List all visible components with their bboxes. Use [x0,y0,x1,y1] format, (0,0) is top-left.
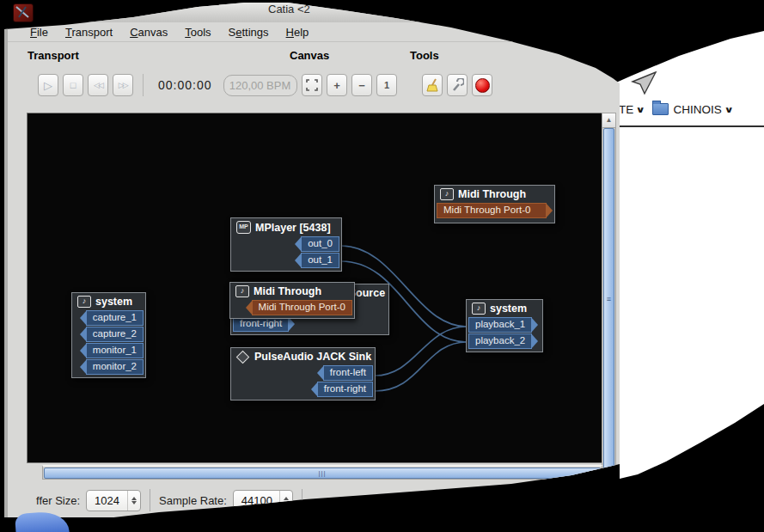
title-bar[interactable]: Catia <2 [8,0,623,22]
play-button[interactable]: ▷ [38,74,58,96]
transport-toolbar: ▷ □ ◁◁ ▷▷ 00:00:00 120,00 BPM [38,74,297,96]
node-title: MPlayer [5438] [255,222,331,234]
zoom-in-button[interactable]: + [327,74,347,96]
configure-wrench-icon [450,78,464,92]
pulseaudio-icon [236,350,250,364]
node-header[interactable]: ♪system [467,300,542,316]
mplayer-icon: MP [236,221,251,234]
port-Midi Through Port-0[interactable]: Midi Through Port-0 [437,203,547,218]
backward-icon: ◁◁ [94,82,102,89]
transport-time: 00:00:00 [158,78,212,92]
node-header[interactable]: ♪Midi Through [230,283,354,299]
port-front-left[interactable]: front-left [323,365,373,381]
port-monitor_1[interactable]: monitor_1 [86,343,144,358]
zoom-in-icon: + [333,80,340,91]
status-bar: ffer Size: 1024 Sample Rate: 44100 [8,485,623,516]
port-capture_1[interactable]: capture_1 [86,310,144,326]
midi-device-icon: ♪ [440,188,454,200]
midi-device-icon: ♪ [235,285,249,297]
forward-icon: ▷▷ [119,82,127,89]
port-front-right[interactable]: front-right [317,382,373,397]
audio-hardware-icon: ♪ [77,296,91,308]
toolbar-separator [143,74,144,96]
vertical-scrollbar[interactable]: ▲ ≡ [602,113,616,484]
port-Midi Through Port-0[interactable]: Midi Through Port-0 [252,300,352,315]
node-system-right[interactable]: ♪systemplayback_1playback_2 [466,299,543,352]
node-header[interactable]: MPMPlayer [5438] [231,218,341,235]
paper-plane-cursor-icon [630,70,657,96]
zoom-out-icon: − [358,80,365,91]
vertical-scrollbar-thumb[interactable]: ≡ [603,128,614,470]
sample-rate-combo[interactable]: 44100 [233,490,293,511]
horizontal-scrollbar-thumb[interactable]: ||| [44,468,601,479]
node-mplayer[interactable]: MPMPlayer [5438]out_0out_1 [230,217,342,272]
zoom-100-icon: 1 [384,81,389,90]
node-header[interactable]: ♪system [72,293,145,309]
spinner-icons[interactable] [279,491,292,511]
node-title: Midi Through [458,188,526,200]
node-title: PulseAudio JACK Sink [254,351,371,363]
record-icon [475,78,490,93]
port-playback_1[interactable]: playback_1 [468,317,532,333]
status-separator [150,489,150,511]
status-separator [302,489,303,511]
backward-button[interactable]: ◁◁ [88,74,108,96]
record-button[interactable] [472,74,492,96]
play-icon: ▷ [44,80,52,91]
canvas-toolbar: + − 1 [302,74,397,96]
node-pulse-sink[interactable]: PulseAudio JACK Sinkfront-leftfront-righ… [230,347,376,401]
transport-group-label: Transport [28,49,79,62]
port-out_0[interactable]: out_0 [301,236,339,252]
zoom-fit-button[interactable] [302,74,322,96]
menu-item-file[interactable]: File [21,24,57,40]
menu-item-settings[interactable]: Settings [220,24,278,40]
tools-toolbar [422,74,492,96]
bookmark-label: CHINOIS [673,103,721,116]
bookmark-item-chinois[interactable]: CHINOIS ∨ [652,103,731,116]
forward-button[interactable]: ▷▷ [113,74,133,96]
stop-icon: □ [70,81,76,90]
node-midi-through-mid[interactable]: ♪Midi ThroughMidi Through Port-0 [229,282,355,319]
catia-app-icon[interactable] [13,3,34,22]
window-title: Catia <2 [268,3,310,15]
page-divider-line [619,125,764,127]
port-monitor_2[interactable]: monitor_2 [86,359,144,375]
bookmark-bar: TE ∨ CHINOIS ∨ [619,99,732,119]
node-midi-through-top[interactable]: ♪Midi ThroughMidi Through Port-0 [434,185,555,223]
menu-item-transport[interactable]: Transport [57,24,121,40]
node-header[interactable]: ♪Midi Through [435,186,554,202]
sample-rate-label: Sample Rate: [159,494,227,507]
clear-button[interactable] [422,74,443,96]
zoom-100-button[interactable]: 1 [376,74,397,96]
buffer-size-value: 1024 [87,494,127,507]
port-playback_2[interactable]: playback_2 [468,333,532,349]
patchbay-canvas[interactable]: PulseAudio JACK Sourcefront-right♪Midi T… [27,113,602,463]
configure-button[interactable] [447,74,468,96]
spinner-icons[interactable] [127,491,140,511]
bookmark-item-te[interactable]: TE ∨ [619,103,644,116]
buffer-size-combo[interactable]: 1024 [86,490,141,511]
node-title: system [490,303,527,315]
menu-item-tools[interactable]: Tools [176,24,219,40]
chevron-down-icon: ∨ [724,105,733,114]
node-title: Midi Through [254,285,321,297]
stop-button[interactable]: □ [63,74,83,96]
catia-window: Catia <2 FileTransportCanvasToolsSetting… [4,0,623,517]
port-capture_2[interactable]: capture_2 [86,327,144,342]
port-out_1[interactable]: out_1 [301,253,339,268]
node-title: system [95,296,132,308]
folder-icon [652,103,669,115]
bpm-field[interactable]: 120,00 BPM [223,75,297,96]
menu-bar: FileTransportCanvasToolsSettingsHelp [8,22,623,42]
audio-hardware-icon: ♪ [472,303,486,315]
menu-item-canvas[interactable]: Canvas [121,24,176,40]
zoom-out-button[interactable]: − [351,74,372,96]
scroll-up-icon[interactable]: ▲ [602,113,615,128]
sample-rate-value: 44100 [234,494,279,507]
zoom-fit-icon [306,79,318,91]
node-header[interactable]: PulseAudio JACK Sink [231,348,375,364]
clear-broom-icon [425,78,439,92]
horizontal-scrollbar[interactable]: ||| [42,465,602,480]
menu-item-help[interactable]: Help [278,24,318,40]
node-system-left[interactable]: ♪systemcapture_1capture_2monitor_1monito… [71,292,146,378]
